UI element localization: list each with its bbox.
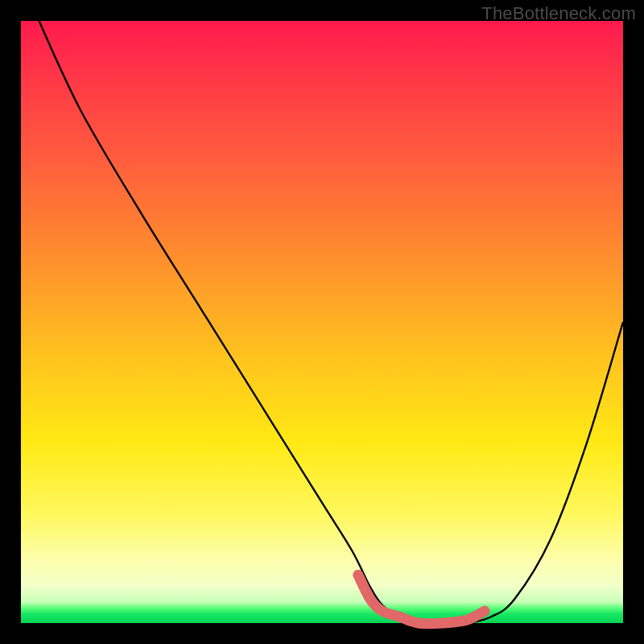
plot-area bbox=[21, 21, 623, 623]
chart-frame: TheBottleneck.com bbox=[0, 0, 644, 644]
watermark-text: TheBottleneck.com bbox=[481, 3, 636, 24]
bottleneck-curve bbox=[39, 21, 623, 624]
curve-layer bbox=[21, 21, 623, 623]
